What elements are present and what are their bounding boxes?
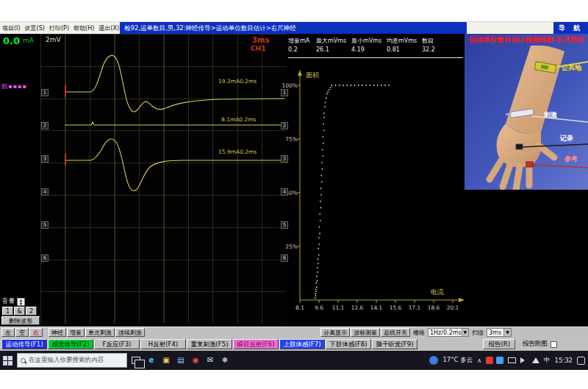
channel-marker-left[interactable]: 2 bbox=[41, 122, 49, 129]
scatter-points bbox=[315, 85, 390, 299]
x-axis-label: 电流 bbox=[431, 288, 444, 296]
function-key-button[interactable]: 脑干听觉(F9) bbox=[372, 339, 417, 349]
channel-marker-left[interactable]: 3 bbox=[41, 155, 49, 163]
svg-text:14.1: 14.1 bbox=[370, 304, 383, 311]
trace-label-2: 8.1mA0.2ms bbox=[221, 116, 257, 123]
vertical-scale-label: 2mV bbox=[46, 36, 61, 43]
channel-marker-left[interactable]: 6 bbox=[41, 254, 49, 262]
main-area: 0.0 mA 肌▪▪▪▪ 2mV 3ms CH1 19.2mA0.2ms 8.1… bbox=[0, 34, 588, 326]
volume-channel-button[interactable]: & bbox=[14, 307, 25, 315]
svg-text:20.1: 20.1 bbox=[447, 304, 459, 311]
weather-text[interactable]: 17°C 多云 bbox=[442, 356, 473, 365]
channel-marker-right[interactable]: 2 bbox=[281, 122, 288, 129]
function-key-button[interactable]: F反应(F3) bbox=[94, 339, 140, 349]
function-key-button[interactable]: 瞬目反射(F6) bbox=[233, 339, 279, 349]
channel-marker-right[interactable]: 5 bbox=[281, 221, 288, 229]
tray-chevron-up-icon[interactable]: ∧ bbox=[477, 357, 481, 364]
tray-app-icons bbox=[486, 357, 503, 364]
ime-indicator[interactable]: 中 bbox=[544, 356, 551, 365]
nav-button[interactable]: 导 航 bbox=[553, 22, 588, 35]
volume-spinner[interactable]: ▲▼ bbox=[17, 298, 25, 306]
function-key-button[interactable]: 下肢体感(F8) bbox=[326, 339, 371, 349]
notification-center-icon[interactable] bbox=[577, 357, 585, 365]
menu-bar: 项目(I)设置(S)打印(P)帮助(H)退出(X) 检92,运单数目,男,32:… bbox=[0, 21, 588, 34]
channel-marker-right[interactable]: 1 bbox=[281, 89, 288, 96]
menu-item[interactable]: 项目(I) bbox=[0, 22, 23, 35]
channel-marker-right[interactable]: 3 bbox=[281, 155, 288, 163]
results-table: 增量mA最大mVms最小mVms均差mVms数目 0.226.14.190.81… bbox=[288, 37, 447, 54]
chevron-down-icon[interactable]: ▼ bbox=[503, 329, 511, 336]
function-key-button[interactable]: 重复刺激(F5) bbox=[187, 339, 232, 349]
record-label: 记录 bbox=[560, 134, 573, 143]
clock[interactable]: 15:32 bbox=[555, 357, 573, 364]
settings-icon[interactable]: ✱ bbox=[218, 354, 232, 366]
mail-icon[interactable]: ✉ bbox=[204, 354, 217, 366]
function-key-button[interactable]: 感觉传导(F2) bbox=[48, 339, 93, 349]
svg-text:9.6: 9.6 bbox=[315, 304, 323, 311]
stimulation-button[interactable]: 神经 bbox=[49, 328, 66, 337]
delete-waveform-button[interactable]: 删除波形 bbox=[1, 316, 40, 325]
chevron-down-icon[interactable]: ▼ bbox=[462, 329, 468, 336]
menu-item[interactable]: 设置(S) bbox=[23, 22, 47, 35]
channel-marker-right[interactable]: 4 bbox=[281, 188, 288, 196]
weather-icon[interactable] bbox=[429, 356, 438, 365]
menu-item[interactable]: 打印(P) bbox=[47, 22, 71, 35]
lcr-button[interactable]: 左 bbox=[1, 328, 15, 337]
display-option-button[interactable]: 基线开关 bbox=[381, 328, 410, 337]
search-input[interactable]: 在这里输入你要搜索的内容 bbox=[17, 353, 127, 368]
start-button[interactable] bbox=[3, 356, 12, 365]
edge-icon[interactable]: e bbox=[145, 354, 158, 366]
taskbar-app-icons: e▣▤◉✉✱ bbox=[145, 354, 232, 366]
channel-marker-left[interactable]: 4 bbox=[41, 188, 49, 196]
stimulation-button[interactable]: 连续刺激 bbox=[115, 328, 145, 337]
control-bar-primary: 左空右 神经增量单次刺激连续刺激 分离显示游标测量基线开关 栅格 1Hz/0.2… bbox=[0, 326, 588, 338]
store-icon[interactable]: ▤ bbox=[174, 354, 187, 366]
grid-setting-select[interactable]: 1Hz/0.2ms ▼ bbox=[428, 328, 469, 337]
sweep-setting-select[interactable]: 3ms ▼ bbox=[487, 328, 512, 337]
menu-item[interactable]: 退出(X) bbox=[96, 22, 121, 35]
volume-channel-button[interactable]: 2 bbox=[26, 307, 37, 315]
tray-app-icon-2[interactable] bbox=[496, 357, 503, 364]
search-icon bbox=[21, 358, 26, 363]
function-key-button[interactable]: 上肢体感(F7) bbox=[279, 339, 325, 349]
network-tray-icon[interactable] bbox=[532, 357, 539, 363]
channel-marker-right[interactable]: 6 bbox=[281, 254, 288, 262]
stimulus-current-unit: mA bbox=[23, 37, 34, 44]
display-button-group: 分离显示游标测量基线开关 bbox=[320, 328, 410, 337]
scatter-plot: 面积 电流 8.19.611.112.614.115.617.118.620.1… bbox=[282, 65, 465, 326]
display-tray-icon[interactable] bbox=[508, 357, 516, 363]
svg-text:11.1: 11.1 bbox=[332, 304, 345, 311]
report-button[interactable]: 报告(R) bbox=[483, 339, 515, 349]
y-axis-arrow bbox=[298, 70, 302, 76]
svg-text:18.6: 18.6 bbox=[428, 304, 440, 311]
stimulus-current-display: 0.0 mA bbox=[0, 34, 40, 47]
volume-channel-button[interactable]: 1 bbox=[2, 307, 13, 315]
example-image-panel: 运动单位数目估计检测例图-右尺神经 bbox=[465, 34, 588, 190]
display-option-button[interactable]: 分离显示 bbox=[320, 328, 350, 337]
table-value-cell: 4.19 bbox=[351, 46, 387, 54]
browser-icon[interactable]: ◉ bbox=[189, 354, 202, 366]
report-attach-checkbox[interactable] bbox=[551, 341, 557, 348]
lcr-button[interactable]: 空 bbox=[15, 328, 29, 337]
stimulation-button[interactable]: 单次刺激 bbox=[85, 328, 115, 337]
table-header-cell: 增量mA bbox=[288, 37, 316, 46]
file-explorer-icon[interactable]: ▣ bbox=[159, 354, 173, 366]
table-value-cell: 26.1 bbox=[316, 46, 351, 54]
task-view-icon[interactable] bbox=[132, 357, 140, 364]
volume-tray-icon[interactable] bbox=[520, 357, 528, 363]
function-key-button[interactable]: 运动传导(F1) bbox=[1, 339, 47, 349]
channel-marker-left[interactable]: 1 bbox=[41, 89, 49, 96]
lcr-button[interactable]: 右 bbox=[29, 328, 43, 337]
function-key-button[interactable]: H反射(F4) bbox=[140, 339, 186, 349]
svg-text:15.6: 15.6 bbox=[390, 304, 402, 311]
channel-marker-left[interactable]: 5 bbox=[41, 221, 49, 229]
window-title: 检92,运单数目,男,32:神经传导>运动单位数目估计>右尺神经 bbox=[120, 22, 467, 35]
menu-item[interactable]: 帮助(H) bbox=[71, 22, 96, 35]
svg-text:100%: 100% bbox=[282, 82, 298, 89]
tray-app-icon-1[interactable] bbox=[486, 357, 493, 364]
stimulation-button[interactable]: 增量 bbox=[67, 328, 85, 337]
grid-setting-label: 栅格 bbox=[413, 329, 425, 337]
ground-label: 公共地 bbox=[562, 63, 581, 73]
trace-label-3: 15.9mA0.2ms bbox=[218, 149, 257, 155]
display-option-button[interactable]: 游标测量 bbox=[351, 328, 380, 337]
